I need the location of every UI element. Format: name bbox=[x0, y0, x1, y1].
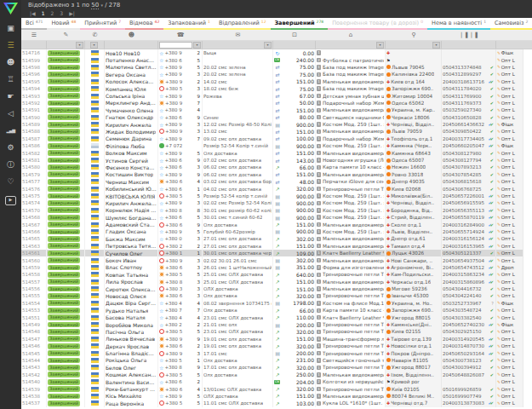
tab-accepted[interactable]: Прийнятий7 bbox=[80, 18, 125, 30]
page-size-dropdown[interactable]: 50 bbox=[91, 2, 99, 9]
order-row[interactable]: 514599ЗавершенийПотапенко Анастас..☆+380… bbox=[21, 56, 532, 63]
tracking-column-header[interactable]: ❘❚❘❚ bbox=[442, 32, 496, 38]
tab-done[interactable]: Завершений278 bbox=[271, 18, 329, 30]
ukrposhta-icon: ✚ bbox=[386, 322, 390, 327]
order-row[interactable]: 514555ЗавершенийНовосад Олеся+380 63Олх … bbox=[21, 292, 532, 299]
order-row[interactable]: 514592ЗавершенийМерклингер Андрей+380 97… bbox=[21, 100, 532, 107]
order-row[interactable]: 514561ЗавершенийСучилов Олег+380 1130.01… bbox=[21, 250, 532, 256]
order-row[interactable]: 514587ЗавершенийСеменюк Дарина☆+380 9709… bbox=[21, 135, 532, 142]
order-row[interactable]: 514542ЗавершенийКошмак Александр+380 55О… bbox=[21, 372, 532, 378]
comment-column-header[interactable]: ✉ bbox=[203, 32, 273, 38]
order-row[interactable]: 514580ЗавершенийФесенко Константин☆+380 … bbox=[21, 164, 532, 170]
order-row[interactable]: 514581ЗавершенийУстинов Сергей☆+380 6907… bbox=[21, 157, 532, 164]
price-column-header[interactable]: ⊡ bbox=[273, 32, 316, 38]
status-badge: Завершений bbox=[48, 314, 80, 320]
sidebar-item-orders[interactable]: ☰ bbox=[0, 39, 21, 52]
order-row[interactable]: 514588ЗавершенийЖидак Володимир+380 9313… bbox=[21, 128, 532, 135]
order-row[interactable]: 514549ЗавершенийВоробйов Микола☆+380 222… bbox=[21, 321, 532, 328]
order-row[interactable]: 514537ЗавершенийРаца Вероніка+380 5511.0… bbox=[21, 400, 532, 406]
order-row[interactable]: 514589ЗавершенийКирилич Анжела☆+380 9312… bbox=[21, 121, 532, 128]
filter-dropdown-icon[interactable]: ▾ bbox=[76, 42, 83, 49]
order-row[interactable]: 514568ЗавершенийШумляс Богдана Ан..☆+380… bbox=[21, 214, 532, 221]
sidebar-item-support[interactable]: ♡ bbox=[0, 176, 21, 188]
tab-declined[interactable]: Відмова42 bbox=[125, 18, 163, 30]
sidebar-item-settings[interactable]: ⚙ bbox=[0, 141, 21, 154]
client-column-header[interactable]: ☻ bbox=[105, 32, 158, 38]
order-row[interactable]: 514593ЗавершенийСольська Іріна☆+380 99Ро… bbox=[21, 92, 532, 99]
sidebar-item-dashboard[interactable]: ▣ bbox=[0, 22, 21, 35]
order-row[interactable]: 514576ЗавершенийКобилинський Юрий☆+380 6… bbox=[21, 185, 532, 192]
order-row[interactable]: 514574ЗавершенийКирилич Анжела Ол..☆+380… bbox=[21, 199, 532, 206]
order-row[interactable]: 514538ЗавершенийКісь Михайло☆+380 95ОЛХ … bbox=[21, 393, 532, 400]
order-row[interactable]: 514551ЗавершенийБасова Наталя☆+380 4423.… bbox=[21, 314, 532, 320]
order-row[interactable]: 514716ЗавершенийНов10 Нов10☆+380 92Выца↻… bbox=[21, 49, 532, 56]
order-row[interactable]: 514570ЗавершенийКорнелюк Надія Та..☆+380… bbox=[21, 207, 532, 214]
city-column-header[interactable]: ⚲ bbox=[386, 32, 442, 38]
order-row[interactable]: 514540ЗавершенийВалентина Василье..☆+380… bbox=[21, 378, 532, 385]
order-row[interactable]: 514560ЗавершенийБокоч Иван+380 9302.02 3… bbox=[21, 256, 532, 263]
tab-pickup[interactable]: Самовивіз2 bbox=[490, 18, 532, 30]
product-column-header[interactable]: ⌂ bbox=[316, 32, 386, 38]
chevron-down-icon[interactable]: ▾ bbox=[101, 3, 104, 8]
sidebar-item-stats[interactable]: ▂▄▆ bbox=[0, 124, 21, 137]
order-row[interactable]: 514553ЗавершенийРудько Наталья☆+380 77Ол… bbox=[21, 307, 532, 314]
pager-first-icon[interactable]: |◀ bbox=[30, 10, 36, 16]
order-row[interactable]: 514559ЗавершенийВлас Слотпоу+380 6326.01… bbox=[21, 264, 532, 271]
tab-returns[interactable]: Повернення товару (в дорозі)0 bbox=[328, 18, 427, 30]
tab-outofstock[interactable]: Нема в наявності1 bbox=[427, 18, 490, 30]
filter-dropdown-icon[interactable]: ▾ bbox=[432, 42, 440, 49]
order-row[interactable]: 514566ЗавершенийГладик Оксана☆+380 95Гол… bbox=[21, 228, 532, 235]
phone-column-header[interactable]: ☎ bbox=[158, 32, 203, 38]
order-row[interactable]: 514577ЗавершенийЧерниш Максим+380 6403.0… bbox=[21, 178, 532, 185]
location-pin-icon: ⚲ bbox=[411, 32, 415, 38]
app-logo-icon[interactable] bbox=[3, 3, 18, 14]
order-row[interactable]: 514556ЗавершенийСиротюк Олександр+380 33… bbox=[21, 285, 532, 292]
order-row[interactable]: 514547ЗавершенийЛиньков Вячеслав+380 991… bbox=[21, 336, 532, 343]
phone-filter-input[interactable] bbox=[159, 42, 192, 49]
pager-page-1[interactable]: 1 bbox=[42, 10, 45, 16]
tab-all[interactable]: Всі471 bbox=[21, 18, 47, 30]
sidebar-item-info[interactable]: ⓘ bbox=[0, 158, 21, 171]
order-row[interactable]: 514596ЗавершенийВегера Оксана☆+380 9320.… bbox=[21, 71, 532, 78]
sidebar-item-tasks[interactable]: ☛ bbox=[0, 90, 21, 103]
order-row[interactable]: 514548ЗавершенийПасічна Ольга+380 5523.0… bbox=[21, 328, 532, 335]
order-row[interactable]: 514567ЗавершенийАдамовский Станис..+380 … bbox=[21, 221, 532, 228]
sidebar-item-video[interactable]: ▶ bbox=[0, 193, 21, 205]
order-row[interactable]: 514575ЗавершенийКВІТОВСЬКА ЮЛІЯ+380 55Ро… bbox=[21, 193, 532, 199]
channel-column-header[interactable]: ✆ bbox=[85, 32, 105, 38]
filter-dropdown-icon[interactable]: ▾ bbox=[264, 42, 272, 49]
filter-dropdown-icon[interactable]: ▾ bbox=[193, 42, 201, 49]
tracking-cell: 20400318613716✔✔ bbox=[442, 78, 496, 85]
order-row[interactable]: 514598ЗавершенийМалютина Светлана☆+380 9… bbox=[21, 64, 532, 71]
order-row[interactable]: 514558ЗавершенийКовпак Татьяна+380 5525.… bbox=[21, 271, 532, 278]
order-row[interactable]: 514539ЗавершенийРоке-Бетанкурт Лін..+380… bbox=[21, 385, 532, 392]
pager-page-2[interactable]: 2 bbox=[50, 10, 54, 16]
order-row[interactable]: 514563ЗавершенийПетровська Тетяна+380 22… bbox=[21, 243, 532, 250]
pager-last-icon[interactable]: ▶| bbox=[69, 10, 75, 16]
filter-dropdown-icon[interactable]: ▾ bbox=[376, 42, 384, 49]
order-row[interactable]: 514546ЗавершенийДеркач Ярослав+380 6219.… bbox=[21, 343, 532, 349]
order-row[interactable]: 514586ЗавершенийФіліпова Люба+7 072Розмі… bbox=[21, 142, 532, 149]
order-row[interactable]: 514579ЗавершенийКостишин Виктор☆+380 990… bbox=[21, 171, 532, 178]
sidebar-item-finance[interactable]: ♖ bbox=[0, 73, 21, 86]
order-row[interactable]: 514594ЗавершенийКомпанец Юля+380 5318.02… bbox=[21, 85, 532, 92]
filter-dropdown-icon[interactable]: ▾ bbox=[90, 42, 98, 49]
order-row[interactable]: 514545ЗавершенийБлагінна Владіслава+380 … bbox=[21, 349, 532, 356]
order-row[interactable]: 514590ЗавершенийГнатюк Олексндр☆+380 69С… bbox=[21, 114, 532, 121]
order-id-column-header[interactable]: ☰ bbox=[21, 32, 47, 38]
tab-sent[interactable]: Відправлений12 bbox=[215, 18, 271, 30]
order-row[interactable]: 514582ЗавершенийВолков Максим☆+380 95Олх… bbox=[21, 149, 532, 156]
order-row[interactable]: 514554ЗавершенийДацюк Віра Сергіївна☆+38… bbox=[21, 300, 532, 307]
order-row[interactable]: 514591ЗавершенийЧумаченко Олена☆+380 94⇄… bbox=[21, 107, 532, 113]
sidebar-item-clients[interactable]: ☻ bbox=[0, 56, 21, 69]
sidebar-item-marketing[interactable]: ◁ bbox=[0, 107, 21, 120]
order-row[interactable]: 514557ЗавершенийЛила Ярослав+380 8325.01… bbox=[21, 279, 532, 285]
order-row[interactable]: 514595ЗавершенийКолосок Александр+380 92… bbox=[21, 78, 532, 85]
status-column-header[interactable]: ✎ bbox=[47, 32, 85, 38]
pager-page-3[interactable]: 3 bbox=[60, 10, 63, 16]
order-row[interactable]: 514543ЗавершенийБелов Олег☆+380 8917.01 … bbox=[21, 364, 532, 371]
tab-packed[interactable]: Запакований1 bbox=[163, 18, 215, 30]
order-row[interactable]: 514544ЗавершенийРокіцька Ольга☆+380 51Ол… bbox=[21, 357, 532, 364]
tab-new[interactable]: Новий48 bbox=[47, 18, 80, 30]
order-row[interactable]: 514565ЗавершенийБакжа Максим☆+380 0327.0… bbox=[21, 235, 532, 242]
